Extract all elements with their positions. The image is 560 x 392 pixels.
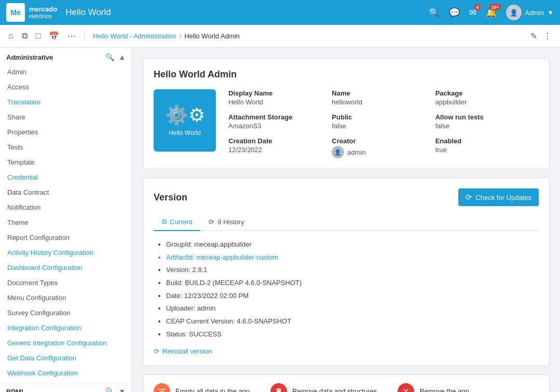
mail-icon[interactable]: ✉ 4 (469, 7, 476, 18)
sidebar-item[interactable]: Survey Configuration (0, 305, 132, 320)
kebab-menu-icon[interactable]: ⋮ (543, 31, 552, 41)
breadcrumb-link[interactable]: Hello World - Administration (93, 32, 176, 40)
bell-badge: 10+ (489, 4, 501, 10)
sidebar-header: Administrative 🔍 ▲ (0, 48, 132, 64)
action-empty-data[interactable]: Empty all data in the app (154, 383, 250, 393)
sidebar-item-credential[interactable]: Credential (0, 170, 132, 185)
reinstall-icon: ⟳ (154, 347, 159, 355)
action-remove-data-structures[interactable]: Remove data and structures (270, 383, 377, 393)
breadcrumb: Hello World - Administration / Hello Wor… (93, 32, 526, 40)
tab-current[interactable]: ⧉ Current (154, 213, 200, 231)
sidebar-item[interactable]: Notification (0, 200, 132, 215)
attachment-storage-value: AmazonS3 (228, 122, 262, 130)
sidebar-item-get-data-config[interactable]: Get Data Configuration (0, 350, 132, 366)
creator-avatar: 👤 (332, 146, 344, 158)
sidebar-collapse-icon[interactable]: ▲ (118, 53, 126, 61)
sidebar-item[interactable]: Menu Configuration (0, 290, 132, 305)
field-creation-date: Creation Date 12/23/2022 (228, 137, 332, 154)
sidebar-bottom-search-icon[interactable]: 🔍 (105, 387, 114, 392)
sidebar-bottom-section[interactable]: BPML 🔍 ▼ (0, 383, 132, 392)
sidebar-section-title: Administrative (6, 53, 53, 61)
sidebar-item-dashboard-config[interactable]: Dashboard Configuration (0, 260, 132, 275)
field-creator: Creator 👤 admin (332, 137, 435, 158)
field-col-2: Name helloworld Public false Creator 👤 a… (332, 89, 435, 158)
remove-data-icon (270, 383, 287, 393)
sidebar-search-icon[interactable]: 🔍 (105, 53, 114, 61)
logo-text: mercado eletrônico (29, 5, 57, 20)
enabled-label: Enabled (435, 137, 539, 145)
sidebar-item-theme[interactable]: Theme (0, 215, 132, 230)
sidebar-item[interactable]: Share (0, 110, 132, 125)
field-allow-run-tests: Allow run tests false (435, 113, 539, 130)
field-attachment-storage: Attachment Storage AmazonS3 (228, 113, 332, 130)
remove-app-label: Remove the app (419, 387, 469, 392)
app-info-card: Hello World Admin ⚙️⚙ Hello World Displa… (143, 58, 550, 169)
empty-data-label: Empty all data in the app (175, 387, 250, 392)
sidebar-item-translation[interactable]: Translation (0, 94, 132, 110)
navbar-logo[interactable]: Me mercado eletrônico (6, 3, 57, 22)
breadcrumb-bar: ⌂ ⧉ □ 📅 ⋯ Hello World - Administration /… (0, 25, 560, 48)
field-display-name: Display Name Hello World (228, 89, 332, 106)
bell-icon[interactable]: 🔔 10+ (486, 7, 497, 18)
tab-history[interactable]: ⟳ 9 History (200, 213, 252, 231)
list-item: CEAP Current Version: 4.6.0-SNAPSHOT (166, 315, 539, 328)
breadcrumb-current: Hello World Admin (184, 32, 240, 40)
sidebar-item-generic-integration-config[interactable]: Generic Integration Configuration (0, 335, 132, 350)
refresh-icon: ⟳ (466, 193, 472, 202)
actions-card: Empty all data in the app Remove data an… (143, 374, 550, 393)
field-col-1: Display Name Hello World Attachment Stor… (228, 89, 332, 158)
sidebar-item[interactable]: Document Types (0, 275, 132, 290)
allow-run-tests-label: Allow run tests (435, 113, 539, 121)
layout: Administrative 🔍 ▲ Admin Access Translat… (0, 48, 560, 392)
field-enabled: Enabled true (435, 137, 539, 154)
user-menu[interactable]: 👤 Admin ▼ (506, 5, 554, 20)
history-icon: ⟳ (209, 218, 214, 226)
copy-icon[interactable]: ⧉ (22, 31, 28, 41)
main-content: Hello World Admin ⚙️⚙ Hello World Displa… (132, 48, 560, 392)
public-value: false (332, 122, 346, 130)
package-label: Package (435, 89, 539, 97)
display-name-label: Display Name (228, 89, 332, 97)
sidebar-item-webhook-config[interactable]: Webhook Configuration (0, 366, 132, 381)
sidebar-item[interactable]: Properties (0, 125, 132, 140)
list-item: Status: SUCCESS (166, 328, 539, 341)
creator-value: admin (347, 148, 365, 156)
sidebar-item[interactable]: Tests (0, 140, 132, 155)
sidebar-bottom-label: BPML (6, 388, 25, 393)
field-col-3: Package appbuilder Allow run tests false… (435, 89, 539, 158)
calendar-icon[interactable]: 📅 (49, 31, 59, 41)
list-item: ArtifactId: meceap-appbuilder-custom (166, 251, 539, 264)
sidebar-item-activity-history[interactable]: Activity History Configuration (0, 245, 132, 260)
check-updates-label: Check for Updates (475, 194, 531, 201)
panel-icon[interactable]: □ (36, 31, 41, 41)
chat-icon[interactable]: 💬 (449, 7, 460, 18)
gears-icon: ⚙️⚙ (165, 104, 205, 126)
allow-run-tests-value: false (435, 122, 449, 130)
display-name-value: Hello World (228, 98, 263, 106)
sidebar-item-integration-config[interactable]: Integration Configuration (0, 320, 132, 335)
sidebar-item[interactable]: Data Contract (0, 185, 132, 200)
more-icon[interactable]: ⋯ (67, 31, 76, 41)
search-icon[interactable]: 🔍 (429, 7, 440, 18)
sidebar-item-report-config[interactable]: Report Configuration (0, 230, 132, 245)
sidebar-item-template[interactable]: Template (0, 155, 132, 170)
reinstall-label: Reinstall version (162, 347, 212, 355)
sidebar-bottom-chevron-icon[interactable]: ▼ (118, 387, 126, 392)
list-item: Build: BUILD-2 (MECEAP 4.6.0-SNAPSHOT) (166, 277, 539, 290)
creator-row: 👤 admin (332, 146, 435, 158)
enabled-value: true (435, 146, 447, 154)
sidebar-item[interactable]: Access (0, 79, 132, 94)
action-remove-app[interactable]: Remove the app (398, 383, 469, 393)
sidebar: Administrative 🔍 ▲ Admin Access Translat… (0, 48, 132, 392)
version-title: Version (154, 192, 187, 203)
reinstall-link[interactable]: ⟳ Reinstall version (154, 347, 539, 355)
list-item: Uploader: admin (166, 302, 539, 315)
edit-icon[interactable]: ✎ (530, 31, 537, 41)
sidebar-item[interactable]: Admin (0, 64, 132, 79)
app-icon-label: Hello World (169, 129, 201, 137)
check-updates-button[interactable]: ⟳ Check for Updates (458, 188, 539, 206)
home-icon[interactable]: ⌂ (8, 31, 13, 41)
name-value: helloworld (332, 98, 362, 106)
remove-data-structures-label: Remove data and structures (292, 387, 377, 392)
app-icon-box: ⚙️⚙ Hello World (154, 89, 216, 152)
